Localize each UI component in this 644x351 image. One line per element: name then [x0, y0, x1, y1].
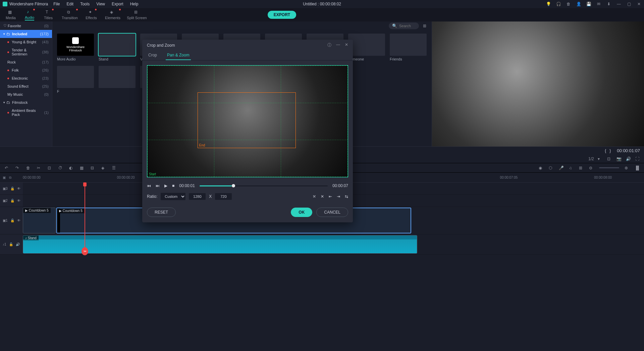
scissors-icon[interactable]: ✂	[82, 247, 88, 255]
color-icon[interactable]: ◐	[69, 166, 74, 170]
eye-icon[interactable]: 👁	[17, 219, 20, 222]
ripple-icon[interactable]: ▣	[3, 176, 6, 180]
menu-tools[interactable]: Tools	[80, 2, 90, 6]
render-icon[interactable]: ◉	[539, 166, 543, 170]
help-icon[interactable]: ⓘ	[327, 42, 331, 48]
sidebar-item-filmstock[interactable]: ▾🗀Filmstock	[0, 98, 52, 106]
sidebar-item-included[interactable]: ▾🗀Included(172)	[0, 30, 52, 38]
snap-icon[interactable]: ⧉	[9, 176, 11, 180]
thumb-item[interactable]: Friends	[390, 34, 427, 61]
play-icon[interactable]: ▶	[164, 183, 167, 188]
thumb-item[interactable]	[99, 66, 136, 93]
zoom-out-icon[interactable]: ⊖	[589, 166, 594, 170]
thumb-item[interactable]: Stand	[99, 34, 136, 61]
close-icon[interactable]: ✕	[637, 2, 641, 6]
quality-icon[interactable]: ⊡	[607, 157, 612, 161]
crop-canvas[interactable]: Start End	[147, 65, 348, 177]
menu-help[interactable]: Help	[130, 2, 139, 6]
tab-split-screen[interactable]: ⊞Split Screen	[125, 8, 149, 21]
sidebar-item-electronic[interactable]: Electronic(23)	[0, 74, 52, 82]
thumb-item[interactable]: F	[57, 66, 94, 93]
voiceover-icon[interactable]: 🎤	[559, 166, 564, 170]
thumb-item[interactable]: Someone	[348, 34, 385, 61]
lightbulb-icon[interactable]: 💡	[546, 2, 551, 6]
fullscreen-icon[interactable]: ⛶	[635, 157, 640, 161]
tab-titles[interactable]: TTitles	[39, 8, 58, 21]
close-icon[interactable]: ✕	[345, 42, 348, 48]
eye-icon[interactable]: 👁	[17, 199, 20, 203]
sidebar-item-young-bright[interactable]: Young & Bright(43)	[0, 38, 52, 46]
bracket-right-icon[interactable]: }	[609, 148, 611, 153]
audio-mixer-icon[interactable]: ♫	[569, 166, 574, 170]
mail-icon[interactable]: ✉	[596, 2, 601, 6]
sidebar-item-sound-effect[interactable]: Sound Effect(25)	[0, 82, 52, 90]
trash-icon[interactable]: 🗑	[566, 2, 571, 6]
align-right-icon[interactable]: ⇥	[337, 194, 340, 199]
delete-icon[interactable]: 🗑	[26, 166, 31, 170]
menu-export[interactable]: Export	[112, 2, 123, 6]
tab-elements[interactable]: ◈Elements	[101, 8, 125, 21]
ratio-select[interactable]: Custom	[161, 193, 185, 200]
lock-icon[interactable]: 🔓	[10, 219, 14, 222]
sidebar-item-my-music[interactable]: My Music(0)	[0, 90, 52, 98]
lock-icon[interactable]: 🔓	[9, 243, 13, 246]
chevron-down-icon[interactable]: ▾	[598, 157, 602, 161]
zoom-slider[interactable]	[599, 167, 619, 168]
detach-icon[interactable]: ⊟	[91, 166, 95, 170]
marker-icon[interactable]: ◈	[101, 166, 106, 170]
modal-slider[interactable]	[200, 185, 328, 186]
grid-view-icon[interactable]: ⊞	[423, 24, 428, 28]
playhead[interactable]: ✂	[85, 183, 85, 255]
ok-button[interactable]: OK	[291, 208, 312, 217]
tab-audio[interactable]: ♪Audio	[20, 8, 39, 21]
preview-canvas[interactable]	[432, 21, 644, 146]
track-a1[interactable]: ♪1🔓🔊 ♪ Stand	[0, 234, 644, 255]
height-input[interactable]	[215, 193, 232, 200]
reset-button[interactable]: RESET	[147, 208, 176, 217]
headphones-icon[interactable]: 🎧	[556, 2, 561, 6]
lock-icon[interactable]: 🔓	[10, 187, 14, 190]
save-icon[interactable]: 💾	[586, 2, 591, 6]
menu-file[interactable]: File	[53, 2, 60, 6]
snapshot-icon[interactable]: 📷	[616, 157, 621, 161]
cut-icon[interactable]: ✂	[37, 166, 42, 170]
tab-crop[interactable]: Crop	[147, 51, 158, 60]
tab-transition[interactable]: ⧉Transition	[58, 8, 82, 21]
thumb-item[interactable]: WondershareFilmstockMore Audio	[57, 34, 94, 61]
adjust-icon[interactable]: ☰	[112, 166, 117, 170]
download-icon[interactable]: ⬇	[606, 2, 611, 6]
eye-icon[interactable]: 👁	[17, 187, 20, 190]
stop-icon[interactable]: ■	[172, 183, 174, 188]
fit-icon[interactable]: ▐▌	[635, 166, 639, 170]
maximize-icon[interactable]: ▢	[627, 2, 631, 6]
minimize-icon[interactable]: —	[616, 2, 621, 6]
bracket-left-icon[interactable]: {	[605, 148, 606, 153]
tab-pan-zoom[interactable]: Pan & Zoom	[166, 51, 191, 60]
align-left-icon[interactable]: ⇤	[329, 194, 332, 199]
green-screen-icon[interactable]: ▦	[80, 166, 85, 170]
menu-edit[interactable]: Edit	[67, 2, 74, 6]
export-button[interactable]: EXPORT	[268, 11, 296, 19]
minimize-icon[interactable]: —	[336, 42, 340, 48]
cancel-button[interactable]: CANCEL	[316, 208, 348, 217]
cross-icon[interactable]: ✕	[321, 194, 324, 199]
prev-frame-icon[interactable]: ⏮	[147, 183, 151, 188]
width-input[interactable]	[189, 193, 206, 200]
tab-media[interactable]: ▦Media	[1, 8, 20, 21]
sidebar-item-favorite[interactable]: ♡ Favorite(0)	[0, 21, 52, 30]
undo-icon[interactable]: ↶	[5, 166, 9, 170]
volume-icon[interactable]: 🔊	[626, 157, 631, 161]
crop-end-rect[interactable]: End	[198, 92, 296, 148]
clip-countdown-1[interactable]: ▶ Countdown 5	[23, 208, 56, 233]
lock-icon[interactable]: 🔓	[10, 199, 14, 203]
sidebar-item-rock[interactable]: Rock(17)	[0, 58, 52, 66]
marker2-icon[interactable]: ⬡	[549, 166, 553, 170]
search-input[interactable]	[399, 24, 419, 28]
redo-icon[interactable]: ↷	[15, 166, 20, 170]
tab-effects[interactable]: ✦Effects	[82, 8, 101, 21]
zoom-in-icon[interactable]: ⊕	[625, 166, 629, 170]
sidebar-item-ambient[interactable]: Ambient Beats Pack(1)	[0, 106, 52, 119]
swap-icon[interactable]: ⤧	[313, 194, 316, 199]
crop-icon[interactable]: ⊡	[48, 166, 52, 170]
menu-view[interactable]: View	[96, 2, 105, 6]
